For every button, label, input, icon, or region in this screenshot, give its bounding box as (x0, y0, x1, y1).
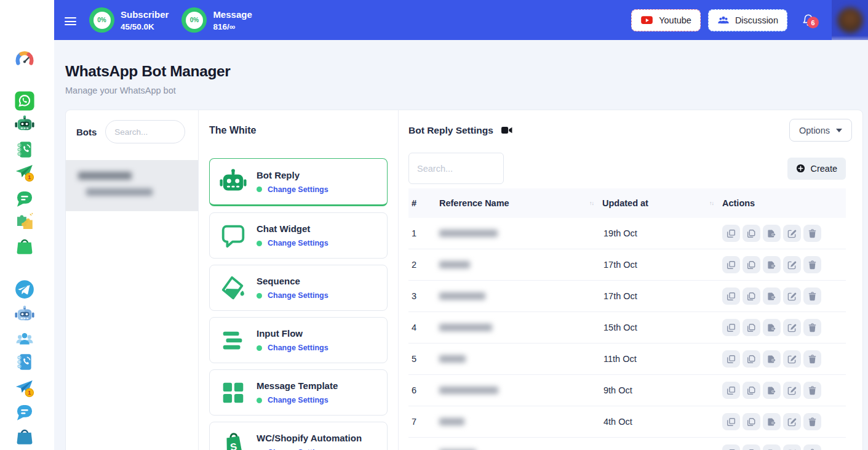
telegram-groups-icon[interactable] (14, 329, 35, 350)
export-button[interactable] (763, 256, 781, 273)
reply-search-input[interactable] (408, 153, 504, 184)
setting-card-input-flow[interactable]: Input Flow Change Settings (209, 317, 388, 363)
delete-icon (808, 355, 817, 364)
setting-card-bot-reply[interactable]: Bot Reply Change Settings (209, 158, 388, 206)
shopify-icon: S (219, 431, 247, 450)
delete-button[interactable] (803, 413, 821, 430)
duplicate-button[interactable] (743, 382, 760, 399)
table-row: 4 15th Oct (408, 312, 846, 344)
copy-button[interactable] (722, 319, 740, 336)
bot-name-redacted (78, 172, 132, 180)
export-button[interactable] (763, 382, 781, 399)
notifications-bell[interactable]: 6 (802, 13, 815, 27)
change-settings-link[interactable]: Change Settings (268, 291, 328, 300)
change-settings-link[interactable]: Change Settings (268, 185, 328, 194)
sequence-icon (219, 274, 247, 302)
page-subtitle: Manage your WhatsApp bot (65, 86, 868, 95)
edit-button[interactable] (783, 444, 801, 450)
edit-button[interactable] (783, 350, 801, 368)
integrations-icon[interactable] (14, 211, 35, 232)
duplicate-button[interactable] (743, 444, 760, 450)
menu-toggle-icon[interactable] (65, 15, 76, 28)
discussion-icon (717, 15, 730, 25)
edit-button[interactable] (783, 382, 801, 399)
whatsapp-store-icon[interactable] (14, 236, 35, 257)
dashboard-gauge-icon[interactable] (14, 49, 35, 70)
copy-button[interactable] (722, 287, 740, 305)
export-button[interactable] (763, 350, 781, 368)
bots-search-input[interactable] (105, 120, 185, 143)
delete-button[interactable] (803, 350, 821, 368)
duplicate-button[interactable] (743, 287, 760, 305)
whatsapp-icon[interactable] (14, 90, 35, 111)
bot-settings-panel: The White Bot Reply Change Settings Chat… (199, 110, 399, 450)
setting-card-chat-widget[interactable]: Chat Widget Change Settings (209, 212, 388, 259)
copy-button[interactable] (722, 256, 740, 273)
delete-icon (808, 260, 817, 270)
col-updated-at[interactable]: Updated at↑↓ (602, 198, 722, 208)
delete-button[interactable] (803, 382, 821, 399)
duplicate-button[interactable] (743, 350, 760, 368)
delete-button[interactable] (803, 225, 821, 242)
copy-button[interactable] (722, 225, 740, 242)
duplicate-icon (747, 229, 756, 238)
create-button[interactable]: Create (787, 158, 846, 180)
telegram-store-icon[interactable] (14, 426, 35, 447)
duplicate-button[interactable] (743, 225, 760, 242)
edit-icon (787, 323, 797, 332)
setting-card-message-template[interactable]: Message Template Change Settings (209, 369, 388, 416)
export-button[interactable] (763, 287, 781, 305)
setting-card-sequence[interactable]: Sequence Change Settings (209, 265, 388, 311)
duplicate-button[interactable] (743, 256, 760, 273)
duplicate-button[interactable] (743, 413, 760, 430)
edit-button[interactable] (783, 319, 801, 336)
telegram-icon[interactable] (14, 279, 35, 300)
options-button[interactable]: Options (789, 119, 852, 142)
edit-button[interactable] (783, 256, 801, 273)
whatsapp-bot-icon[interactable] (14, 114, 35, 135)
row-number: 6 (412, 385, 439, 395)
whatsapp-chat-icon[interactable] (14, 188, 35, 209)
edit-button[interactable] (783, 287, 801, 305)
video-camera-icon[interactable] (501, 126, 513, 135)
user-menu[interactable] (832, 0, 868, 40)
copy-button[interactable] (722, 350, 740, 368)
edit-button[interactable] (783, 225, 801, 242)
whatsapp-contacts-icon[interactable] (14, 139, 35, 160)
discussion-button[interactable]: Discussion (708, 9, 787, 31)
reference-name-redacted (439, 292, 485, 300)
bot-list-item-selected[interactable] (66, 160, 198, 211)
duplicate-button[interactable] (743, 319, 760, 336)
copy-button[interactable] (722, 444, 740, 450)
delete-button[interactable] (803, 256, 821, 273)
youtube-button[interactable]: Youtube (631, 9, 701, 31)
youtube-icon (640, 15, 653, 25)
updated-at: 11th Oct (602, 354, 722, 364)
whatsapp-broadcast-icon[interactable]: 1 (14, 162, 35, 183)
edit-button[interactable] (783, 413, 801, 430)
row-number: 3 (412, 291, 439, 301)
delete-button[interactable] (803, 319, 821, 336)
col-reference-name[interactable]: Reference Name↑↓ (439, 198, 602, 208)
telegram-bot-icon[interactable] (14, 304, 35, 325)
delete-button[interactable] (803, 287, 821, 305)
export-button[interactable] (763, 413, 781, 430)
export-button[interactable] (763, 225, 781, 242)
telegram-chat-icon[interactable] (14, 402, 35, 423)
change-settings-link[interactable]: Change Settings (268, 396, 328, 404)
setting-title: WC/Shopify Automation (257, 433, 362, 443)
change-settings-link[interactable]: Change Settings (268, 344, 328, 352)
telegram-broadcast-icon[interactable]: 1 (14, 377, 35, 398)
copy-button[interactable] (722, 413, 740, 430)
setting-title: Sequence (257, 276, 328, 286)
telegram-contacts-icon[interactable] (14, 352, 35, 372)
delete-button[interactable] (803, 444, 821, 450)
export-button[interactable] (763, 319, 781, 336)
duplicate-icon (747, 260, 756, 270)
delete-icon (808, 386, 817, 395)
copy-button[interactable] (722, 382, 740, 399)
edit-icon (787, 386, 797, 395)
export-button[interactable] (763, 444, 781, 450)
change-settings-link[interactable]: Change Settings (268, 239, 328, 247)
setting-card-shopify[interactable]: S WC/Shopify Automation Change Settings (209, 422, 388, 450)
